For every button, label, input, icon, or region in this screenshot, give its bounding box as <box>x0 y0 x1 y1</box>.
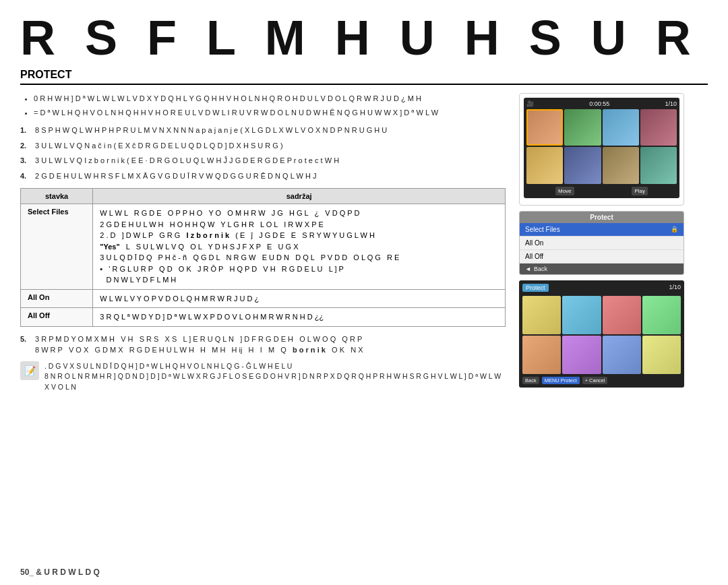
note-icon: 📝 <box>20 361 39 380</box>
row-header-select-files: Select Files <box>21 204 93 290</box>
protect-footer: Back MENU Protect + Cancel <box>522 377 681 384</box>
menu-title: Protect <box>520 212 684 223</box>
thumb-7 <box>603 147 639 183</box>
protect-table: stavka sadržaj Select Files W L W L R G … <box>20 188 506 327</box>
step-5: 5. 3 R P M D Y O M X M H V H S R S X S L… <box>20 334 506 356</box>
thumbnails-grid-top <box>526 109 677 184</box>
p-thumb-8 <box>642 336 681 374</box>
move-button[interactable]: Move <box>555 187 574 195</box>
notes-box: 📝 . D G V X S U L N D Ī D Q H ] D ª W L … <box>20 361 506 393</box>
steps-1-4: 1. 8 S P H W Q L W H P H P R U L M V N X… <box>20 125 506 181</box>
step-4-text: 2 G D E H U L W H R S F L M X Ā G V G D … <box>35 171 316 182</box>
screen-counter: 1/10 <box>665 100 677 107</box>
play-button[interactable]: Play <box>632 187 648 195</box>
protect-label: Protect <box>522 284 549 292</box>
intro-bullets: 0 R H W H ] D ª W L W L W L V D X Y D Q … <box>20 93 506 118</box>
right-panel: 🎥 0:00:55 1/10 <box>519 93 684 393</box>
thumb-2 <box>564 109 601 146</box>
back-label: Back <box>534 266 547 272</box>
step-2-text: 3 U L W L V Q N a č i n ( E X ĉ D R G D … <box>35 140 283 152</box>
notes-text: . D G V X S U L N D Ī D Q H ] D ª W L H … <box>44 361 506 393</box>
table-header-sadrzaj: sadržaj <box>93 189 506 204</box>
menu-all-on-label: All On <box>525 239 543 247</box>
bullet-1: 0 R H W H ] D ª W L W L W L V D X Y D Q … <box>34 93 506 104</box>
p-thumb-5 <box>522 336 561 374</box>
lock-icon: 🔒 <box>671 226 678 233</box>
section-header: PROTECT <box>20 69 708 85</box>
left-content: 0 R H W H ] D ª W L W L W L V D X Y D Q … <box>20 93 506 393</box>
thumb-1 <box>526 109 563 146</box>
note-1: . D G V X S U L N D Ī D Q H ] D ª W L H … <box>44 362 292 370</box>
protect-thumbnails <box>522 296 681 375</box>
table-row-all-off: All Off 3 R Q L ª W D Y D ] D ª W L W X … <box>21 308 506 327</box>
step-4: 4. 2 G D E H U L W H R S F L M X Ā G V G… <box>20 171 506 182</box>
thumb-3 <box>603 109 639 146</box>
thumb-8 <box>640 147 677 183</box>
menu-back-button[interactable]: ◄ Back <box>520 264 684 274</box>
step-2: 2. 3 U L W L V Q N a č i n ( E X ĉ D R G… <box>20 140 506 152</box>
p-thumb-3 <box>603 296 641 334</box>
step-1: 1. 8 S P H W Q L W H P H P R U L M V N X… <box>20 125 506 136</box>
main-title: R S F L M H U H S U R G X N F L M <box>20 13 708 62</box>
thumb-5 <box>526 147 563 183</box>
step-2-num: 2. <box>20 140 31 152</box>
page-container: R S F L M H U H S U R G X N F L M PROTEC… <box>0 0 728 585</box>
row-header-all-off: All Off <box>21 308 93 327</box>
screen-header: 🎥 0:00:55 1/10 <box>526 100 677 107</box>
step-3-num: 3. <box>20 155 31 166</box>
thumb-6 <box>564 147 601 183</box>
note-2: 8 N R O L N R M H R ] Q D N D ] D ] D ª … <box>44 372 501 391</box>
step-3-text: 3 U L W L V Q I z b o r n i k ( E E · D … <box>35 155 339 166</box>
pf-back-button[interactable]: Back <box>522 377 539 384</box>
menu-select-files-label: Select Files <box>525 226 560 233</box>
p-thumb-2 <box>562 296 601 334</box>
top-device-panel: 🎥 0:00:55 1/10 <box>519 93 684 206</box>
menu-item-all-on[interactable]: All On <box>520 237 684 250</box>
menu-item-select-files[interactable]: Select Files 🔒 <box>520 223 684 237</box>
step-5-num: 5. <box>20 334 31 356</box>
protect-counter: 1/10 <box>669 284 681 294</box>
menu-all-off-label: All Off <box>525 253 543 260</box>
row-content-all-on: W L W L V Y O P V D O L Q H M R W R J U … <box>93 289 506 308</box>
table-row-all-on: All On W L W L V Y O P V D O L Q H M R W… <box>21 289 506 308</box>
bullet-2: = D ª W L H Q H V O L N H Q H H V H O R … <box>34 107 506 119</box>
protect-panel: Protect 1/10 Back MENU Protect + Can <box>519 280 684 388</box>
screen-buttons: Move Play <box>526 187 677 195</box>
screen-time: 0:00:55 <box>589 100 609 107</box>
p-thumb-4 <box>642 296 681 334</box>
screen-time-icon: 🎥 <box>526 100 534 107</box>
pf-menu-protect-button[interactable]: MENU Protect <box>542 377 580 384</box>
back-arrow-icon: ◄ <box>525 266 531 272</box>
table-row-select-files: Select Files W L W L R G D E O P P H O Y… <box>21 204 506 290</box>
row-content-select-files: W L W L R G D E O P P H O Y O O M H R W … <box>93 204 506 290</box>
pf-cancel-button[interactable]: + Cancel <box>582 377 608 384</box>
top-screen: 🎥 0:00:55 1/10 <box>524 98 679 198</box>
p-thumb-7 <box>603 336 641 374</box>
row-header-all-on: All On <box>21 289 93 308</box>
step-1-text: 8 S P H W Q L W H P H P R U L M V N X N … <box>35 125 387 136</box>
step-3: 3. 3 U L W L V Q I z b o r n i k ( E E ·… <box>20 155 506 166</box>
menu-item-all-off[interactable]: All Off <box>520 250 684 264</box>
content-area: 0 R H W H ] D ª W L W L W L V D X Y D Q … <box>20 93 708 393</box>
thumb-4 <box>640 109 677 146</box>
step-4-num: 4. <box>20 171 31 182</box>
row-content-all-off: 3 R Q L ª W D Y D ] D ª W L W X P D O V … <box>93 308 506 327</box>
step-5-text: 3 R P M D Y O M X M H V H S R S X S L ] … <box>35 334 363 356</box>
p-thumb-6 <box>562 336 601 374</box>
table-header-stavka: stavka <box>21 189 93 204</box>
protect-panel-header: Protect 1/10 <box>522 284 681 294</box>
p-thumb-1 <box>522 296 561 334</box>
menu-panel: Protect Select Files 🔒 All On All Off ◄ … <box>519 211 684 275</box>
page-footer: 50_ & U R D W L D Q <box>20 567 100 577</box>
step-1-num: 1. <box>20 125 31 136</box>
